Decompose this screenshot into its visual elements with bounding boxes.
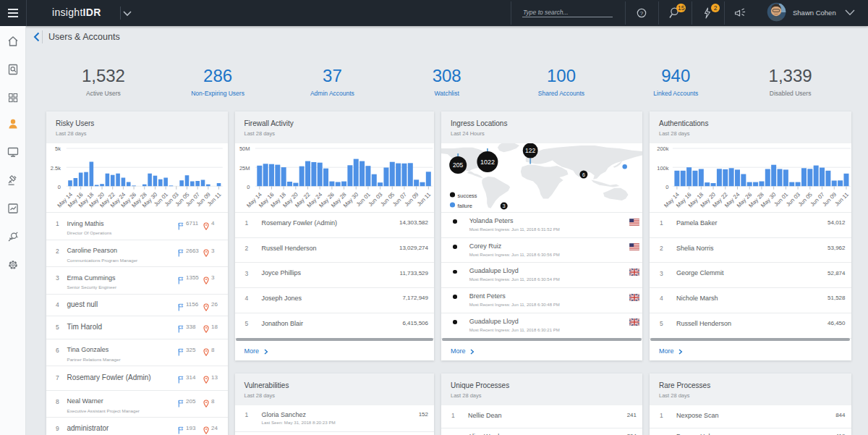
svg-text:Jun 11: Jun 11	[415, 191, 432, 208]
svg-text:failure: failure	[458, 203, 472, 209]
svg-text:1022: 1022	[480, 159, 495, 166]
svg-text:50M: 50M	[239, 145, 250, 152]
svg-text:6: 6	[582, 172, 585, 177]
svg-text:100k: 100k	[657, 165, 669, 172]
svg-text:25M: 25M	[239, 165, 250, 172]
svg-text:122: 122	[525, 147, 535, 154]
svg-text:3: 3	[503, 203, 506, 208]
svg-text:?: ?	[640, 10, 644, 17]
svg-text:0: 0	[665, 184, 668, 190]
svg-text:success: success	[458, 193, 477, 199]
svg-text:0: 0	[247, 184, 250, 190]
svg-text:200k: 200k	[657, 145, 669, 152]
svg-text:Jun 11: Jun 11	[833, 191, 850, 208]
svg-text:205: 205	[453, 161, 463, 169]
svg-text:2.5k: 2.5k	[51, 165, 61, 172]
svg-text:5k: 5k	[55, 145, 61, 152]
svg-text:0: 0	[58, 184, 61, 190]
